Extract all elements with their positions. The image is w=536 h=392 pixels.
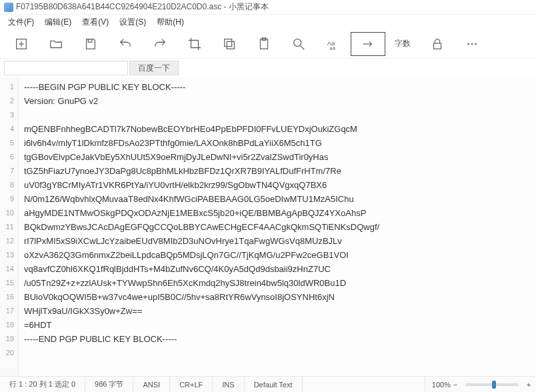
line-gutter: 1234567891011121314151617181920 bbox=[0, 77, 19, 376]
svg-line-9 bbox=[301, 45, 305, 49]
open-file-button[interactable] bbox=[39, 32, 73, 56]
line-number: 12 bbox=[0, 234, 18, 248]
svg-rect-4 bbox=[227, 41, 234, 49]
line-number: 10 bbox=[0, 206, 18, 220]
svg-point-15 bbox=[475, 43, 477, 45]
paste-button[interactable] bbox=[247, 32, 281, 56]
line-number: 4 bbox=[0, 122, 18, 136]
menu-view[interactable]: 查看(V) bbox=[77, 15, 114, 29]
undo-button[interactable] bbox=[108, 32, 143, 56]
find-button[interactable] bbox=[281, 32, 316, 56]
line-number: 3 bbox=[0, 108, 18, 122]
zoom-in-button[interactable]: + bbox=[524, 381, 533, 389]
status-bytes: 986 字节 bbox=[85, 377, 133, 392]
status-position: 行 1 : 20 列 1 选定 0 bbox=[0, 377, 85, 392]
new-file-button[interactable] bbox=[4, 32, 39, 56]
zoom-thumb[interactable] bbox=[492, 381, 496, 389]
wordwrap-button[interactable] bbox=[351, 32, 385, 56]
status-spacer bbox=[303, 377, 425, 392]
app-icon bbox=[4, 3, 13, 12]
status-language[interactable]: Default Text bbox=[245, 377, 303, 392]
svg-point-8 bbox=[294, 39, 301, 46]
search-input[interactable] bbox=[4, 61, 128, 75]
lock-button[interactable] bbox=[420, 32, 455, 56]
title-bar: F07195B80D638A641B44CC9264904E210D2AC0D0… bbox=[0, 0, 536, 15]
more-button[interactable] bbox=[455, 32, 489, 56]
status-eol[interactable]: CR+LF bbox=[170, 377, 213, 392]
status-bar: 行 1 : 20 列 1 选定 0 986 字节 ANSI CR+LF INS … bbox=[0, 376, 536, 392]
status-encoding[interactable]: ANSI bbox=[133, 377, 170, 392]
menu-edit[interactable]: 编辑(E) bbox=[39, 15, 77, 29]
window-title: F07195B80D638A641B44CC9264904E210D2AC0D0… bbox=[16, 1, 269, 13]
menu-settings[interactable]: 设置(S) bbox=[114, 15, 151, 29]
line-number: 13 bbox=[0, 248, 18, 262]
svg-text:aA: aA bbox=[330, 45, 336, 51]
status-mode[interactable]: INS bbox=[213, 377, 244, 392]
line-number: 20 bbox=[0, 346, 18, 360]
line-number: 6 bbox=[0, 150, 18, 164]
case-button[interactable]: AaaA bbox=[316, 32, 351, 56]
line-number: 7 bbox=[0, 164, 18, 178]
save-button[interactable] bbox=[73, 32, 108, 56]
svg-rect-5 bbox=[225, 39, 232, 46]
line-number: 9 bbox=[0, 192, 18, 206]
menu-file[interactable]: 文件(F) bbox=[3, 15, 39, 29]
search-bar: 百度一下 bbox=[0, 59, 536, 77]
wordcount-label: 字数 bbox=[395, 39, 411, 48]
line-number: 1 bbox=[0, 80, 18, 94]
line-number: 2 bbox=[0, 94, 18, 108]
svg-point-14 bbox=[471, 43, 473, 45]
line-number: 19 bbox=[0, 332, 18, 346]
zoom-slider[interactable] bbox=[465, 383, 519, 386]
menu-help[interactable]: 帮助(H) bbox=[151, 15, 189, 29]
search-button[interactable]: 百度一下 bbox=[129, 61, 179, 75]
wordcount-button[interactable]: 字数 bbox=[385, 32, 420, 56]
copy-button[interactable] bbox=[212, 32, 247, 56]
zoom-out-button[interactable]: − bbox=[451, 381, 460, 389]
editor: 1234567891011121314151617181920 -----BEG… bbox=[0, 77, 536, 376]
line-number: 16 bbox=[0, 290, 18, 304]
crop-button[interactable] bbox=[177, 32, 212, 56]
menu-bar: 文件(F) 编辑(E) 查看(V) 设置(S) 帮助(H) bbox=[0, 15, 536, 29]
line-number: 5 bbox=[0, 136, 18, 150]
svg-rect-12 bbox=[434, 43, 441, 49]
line-number: 17 bbox=[0, 304, 18, 318]
svg-point-13 bbox=[467, 43, 469, 45]
zoom-value: 100% bbox=[432, 381, 451, 389]
code-area[interactable]: -----BEGIN PGP PUBLIC KEY BLOCK----- Ver… bbox=[19, 77, 536, 376]
line-number: 15 bbox=[0, 276, 18, 290]
svg-rect-3 bbox=[88, 39, 92, 42]
search-button-label: 百度一下 bbox=[138, 63, 170, 74]
line-number: 14 bbox=[0, 262, 18, 276]
toolbar: AaaA 字数 bbox=[0, 29, 536, 59]
line-number: 8 bbox=[0, 178, 18, 192]
line-number: 18 bbox=[0, 318, 18, 332]
line-number: 11 bbox=[0, 220, 18, 234]
status-zoom: 100% − + bbox=[425, 377, 536, 392]
redo-button[interactable] bbox=[143, 32, 177, 56]
